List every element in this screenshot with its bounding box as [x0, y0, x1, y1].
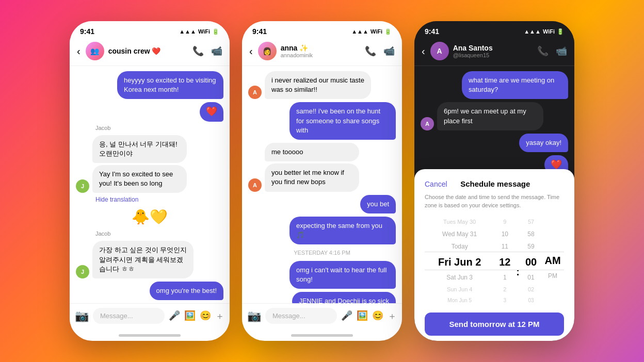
picker-min-row-selected: 00 [521, 253, 541, 271]
video-icon-3[interactable]: 📹 [556, 45, 567, 57]
header-name-3[interactable]: Ana Santos [453, 44, 533, 52]
header-actions-1: 📞 📹 [192, 45, 222, 57]
back-button-1[interactable]: ‹ [77, 45, 81, 57]
avatar-img-2: 👩 [258, 42, 277, 60]
translation-link[interactable]: Hide translation [76, 196, 223, 203]
input-bar-1: 📷 Message... 🎤 🖼️ 😊 ＋ [70, 303, 230, 332]
phone-1: 9:41 ▲▲▲ WiFi 🔋 ‹ 👥 cousin crew ❤️ 📞 📹 h… [70, 21, 230, 341]
status-bar-3: 9:41 ▲▲▲ WiFi 🔋 [414, 21, 574, 39]
input-icons-2: 🎤 🖼️ 😊 ＋ [341, 310, 397, 322]
header-info-2: anna ✨ annadominik [281, 44, 361, 58]
messages-1: heyyyy so excited to be visiting Korea n… [70, 66, 230, 303]
photo-icon-2[interactable]: 🖼️ [357, 310, 368, 322]
phone-3: 9:41 ▲▲▲ WiFi 🔋 ‹ A Ana Santos @lisaquee… [414, 21, 574, 341]
wifi-icon: WiFi [198, 28, 210, 35]
picker-date-col[interactable]: Tues May 30 Wed May 31 Today Fri Jun 2 S… [425, 217, 494, 305]
time-1: 9:41 [80, 27, 94, 36]
message-input-1[interactable]: Message... [93, 308, 165, 324]
emoji-icon-2[interactable]: 😊 [372, 310, 383, 322]
message-input-2[interactable]: Message... [265, 308, 337, 324]
cancel-button-schedule[interactable]: Cancel [425, 180, 447, 188]
signal-icon-3: ▲▲▲ [524, 28, 541, 35]
ana-avatar: A [421, 117, 434, 130]
picker-colon: : [515, 238, 521, 305]
send-scheduled-button[interactable]: Send tomorrow at 12 PM [425, 312, 564, 336]
header-sub-3: @lisaqueen15 [453, 52, 533, 58]
picker-hour-row-0: 9 [494, 217, 515, 227]
msg-label-jacob-1: Jacob [95, 125, 223, 131]
picker-min-row-1: 58 [521, 228, 541, 240]
status-bar-1: 9:41 ▲▲▲ WiFi 🔋 [70, 21, 230, 39]
msg-2-2: same!! i've been on the hunt for someone… [289, 102, 396, 140]
emoji-icon-1[interactable]: 😊 [200, 310, 211, 322]
msg-1-6: omg you're the best! [150, 282, 223, 300]
battery-icon: 🔋 [212, 28, 219, 35]
wifi-icon-3: WiFi [543, 28, 555, 35]
msg-group-2: J 가장 하고 싶은 것이 무엇인지알려주시면 계획을 세워보겠습니다 ㅎㅎ [76, 241, 223, 278]
avatar-img-3: A [430, 42, 449, 60]
back-button-3[interactable]: ‹ [422, 45, 425, 57]
anna-avatar: A [248, 86, 262, 99]
schedule-overlay: Cancel Schedule message Choose the date … [414, 169, 574, 341]
phone-icon-2[interactable]: 📞 [365, 45, 376, 57]
chat-header-3: ‹ A Ana Santos @lisaqueen15 📞 📹 [414, 39, 574, 66]
emoji-center-1: 🐥💛 [76, 208, 223, 225]
chat-header-2: ‹ 👩 anna ✨ annadominik 📞 📹 [242, 39, 402, 66]
camera-icon-2[interactable]: 📷 [247, 309, 261, 323]
anna-avatar-2: A [248, 178, 262, 192]
anna-msg-2: A me tooooo you better let me know if yo… [248, 143, 396, 192]
header-name-2[interactable]: anna ✨ [281, 44, 361, 52]
msg-3-1: what time are we meeting on saturday? [462, 71, 568, 99]
picker-date-row-6: Mon Jun 5 [425, 295, 494, 305]
time-3: 9:41 [425, 27, 439, 36]
mic-icon-2[interactable]: 🎤 [341, 310, 352, 322]
header-sub-2: annadominik [281, 52, 361, 58]
header-name-1[interactable]: cousin crew ❤️ [108, 47, 188, 55]
picker-min-row-5: 02 [521, 284, 541, 295]
add-icon-2[interactable]: ＋ [388, 310, 397, 322]
picker-min-col[interactable]: 57 58 59 00 01 02 03 [521, 217, 541, 305]
picker-ampm-col[interactable]: AM PM [541, 217, 564, 305]
avatar-3: A [430, 42, 449, 60]
photo-icon-1[interactable]: 🖼️ [184, 310, 196, 322]
picker-date-row-2: Today [425, 241, 494, 252]
msg-2-8: JENNIE and Doechii is so sick [292, 292, 396, 303]
battery-icon-2: 🔋 [384, 28, 392, 35]
signal-icon-2: ▲▲▲ [351, 28, 368, 35]
picker-hour-row-6: 3 [494, 295, 515, 305]
picker-ampm-row-6 [541, 294, 564, 304]
msg-2-5: you bet [360, 195, 396, 213]
msg-2-7: omg i can't wait to hear the full song! [289, 261, 396, 289]
msg-2-3: me tooooo [265, 143, 359, 161]
msg-1-1: heyyyy so excited to be visiting Korea n… [117, 71, 223, 99]
picker-min-row-0: 57 [521, 217, 541, 227]
picker-date-row-5: Sun Jun 4 [425, 284, 494, 295]
msg-2-4: you better let me know if you find new b… [265, 163, 359, 191]
chat-header-1: ‹ 👥 cousin crew ❤️ 📞 📹 [70, 39, 230, 66]
status-bar-2: 9:41 ▲▲▲ WiFi 🔋 [242, 21, 402, 39]
picker-hour-col[interactable]: 9 10 11 12 1 2 3 [494, 217, 515, 305]
picker-ampm-row-0 [541, 217, 564, 227]
mic-icon-1[interactable]: 🎤 [169, 310, 180, 322]
phone-icon-1[interactable]: 📞 [192, 45, 204, 57]
back-button-2[interactable]: ‹ [249, 45, 253, 57]
msg-label-jacob-2: Jacob [95, 231, 223, 237]
home-indicator-2 [291, 334, 353, 337]
time-2: 9:41 [252, 27, 267, 36]
ana-msg-1: A 6pm! we can meet up at my place first [421, 102, 568, 130]
phone-icon-3[interactable]: 📞 [537, 45, 549, 57]
battery-icon-3: 🔋 [557, 28, 564, 35]
msg-1-3: 응, 널 만나서 너무 기대돼!오랜만이야 [92, 135, 187, 163]
time-picker[interactable]: Tues May 30 Wed May 31 Today Fri Jun 2 S… [425, 217, 564, 305]
picker-hour-row-5: 2 [494, 284, 515, 295]
picker-ampm-row-1 [541, 228, 564, 239]
status-icons-1: ▲▲▲ WiFi 🔋 [179, 28, 219, 35]
add-icon-1[interactable]: ＋ [215, 310, 224, 322]
video-icon-1[interactable]: 📹 [211, 45, 222, 57]
camera-icon-1[interactable]: 📷 [75, 309, 89, 323]
video-icon-2[interactable]: 📹 [383, 45, 395, 57]
header-info-1: cousin crew ❤️ [108, 47, 188, 55]
msg-3-2: 6pm! we can meet up at my place first [437, 102, 543, 130]
msg-group-1: J 응, 널 만나서 너무 기대돼!오랜만이야 Yay I'm so excit… [76, 135, 223, 193]
phone-2: 9:41 ▲▲▲ WiFi 🔋 ‹ 👩 anna ✨ annadominik 📞… [242, 21, 402, 341]
